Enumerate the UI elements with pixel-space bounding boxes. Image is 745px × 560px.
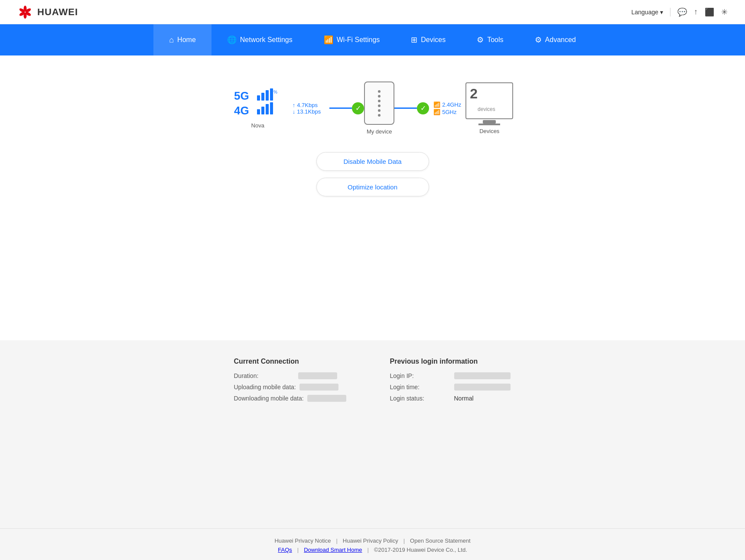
check-icon-left: ✓: [352, 102, 364, 114]
connection-line-left: ✓: [329, 102, 364, 114]
svg-text:%: %: [273, 90, 277, 94]
signal-block: 5G % 4G Nova: [232, 88, 284, 129]
previous-login-title: Previous login information: [390, 358, 511, 365]
footer: Huawei Privacy Notice | Huawei Privacy P…: [0, 528, 745, 560]
wifi-band-24: 📶 2.4GHz: [433, 101, 461, 108]
network-diagram: 5G % 4G Nova: [9, 81, 736, 135]
login-status-value: Normal: [454, 395, 474, 402]
previous-login-panel: Previous login information Login IP: Log…: [390, 358, 511, 406]
wifi-icon-24: 📶: [433, 101, 440, 108]
info-panels: Current Connection Duration: Uploading m…: [178, 358, 568, 406]
current-connection-panel: Current Connection Duration: Uploading m…: [234, 358, 355, 406]
monitor-base: [478, 124, 500, 125]
download-row: Downloading mobile data:: [234, 395, 355, 402]
footer-divider-4: |: [368, 547, 369, 553]
login-status-label: Login status:: [390, 395, 451, 402]
logo-area: HUAWEI: [17, 4, 78, 20]
logout-icon[interactable]: ⬛: [705, 7, 714, 17]
login-status-row: Login status: Normal: [390, 395, 511, 402]
login-time-row: Login time:: [390, 384, 511, 391]
upload-speed-row: ↑ 4.7Kbps: [293, 102, 321, 108]
privacy-notice-link[interactable]: Huawei Privacy Notice: [274, 537, 331, 544]
svg-rect-9: [266, 90, 269, 101]
settings-spin-icon[interactable]: ✳: [721, 7, 728, 17]
svg-rect-8: [261, 93, 264, 101]
svg-rect-15: [266, 104, 269, 114]
login-ip-row: Login IP:: [390, 372, 511, 379]
chat-icon[interactable]: 💬: [677, 7, 687, 17]
main-content: 5G % 4G Nova: [0, 55, 745, 340]
signal-bars-svg: 5G % 4G: [232, 88, 284, 118]
chevron-down-icon: ▾: [660, 9, 663, 16]
header: HUAWEI Language ▾ 💬 ↑ ⬛ ✳: [0, 0, 745, 24]
download-speed-row: ↓ 13.1Kbps: [293, 108, 321, 115]
wifi-icon: 📶: [324, 35, 333, 45]
upload-label: Uploading mobile data:: [234, 384, 296, 391]
wifi-icon-5: 📶: [433, 109, 440, 115]
svg-rect-16: [270, 102, 273, 114]
router-icon: [364, 81, 394, 125]
nav-item-devices[interactable]: ⊞ Devices: [395, 24, 461, 55]
arrow-down-icon: ↓: [293, 108, 296, 115]
download-label: Downloading mobile data:: [234, 395, 304, 402]
faqs-link[interactable]: FAQs: [278, 547, 292, 553]
check-icon-right: ✓: [417, 102, 429, 114]
footer-divider-3: |: [297, 547, 299, 553]
home-icon: ⌂: [169, 36, 174, 45]
login-ip-value: [454, 372, 511, 379]
upload-row: Uploading mobile data:: [234, 384, 355, 391]
duration-row: Duration:: [234, 372, 355, 379]
svg-text:4G: 4G: [234, 104, 249, 117]
monitor-stand: [483, 120, 496, 124]
footer-links-bottom: FAQs | Download Smart Home | ©2017-2019 …: [0, 547, 745, 553]
footer-divider-2: |: [403, 537, 405, 544]
line-bar-left: [329, 107, 352, 109]
router-block: My device: [364, 81, 394, 135]
disable-mobile-data-button[interactable]: Disable Mobile Data: [316, 152, 429, 171]
upload-value: [299, 384, 338, 391]
wifi-band-5: 📶 5GHz: [433, 109, 461, 115]
gear-icon: ⚙: [535, 35, 542, 45]
main-nav: ⌂ Home 🌐 Network Settings 📶 Wi-Fi Settin…: [0, 24, 745, 55]
upload-icon[interactable]: ↑: [694, 7, 698, 16]
monitor-icon: 2 devices: [465, 82, 513, 119]
nav-item-network-settings[interactable]: 🌐 Network Settings: [211, 24, 308, 55]
svg-rect-10: [270, 88, 273, 101]
globe-icon: 🌐: [227, 35, 237, 45]
nav-item-home[interactable]: ⌂ Home: [153, 24, 211, 55]
speed-block: ↑ 4.7Kbps ↓ 13.1Kbps: [284, 102, 329, 115]
tools-icon: ⚙: [477, 35, 484, 45]
action-buttons: Disable Mobile Data Optimize location: [9, 152, 736, 196]
copyright-text: ©2017-2019 Huawei Device Co., Ltd.: [374, 547, 467, 553]
svg-text:5G: 5G: [234, 89, 249, 102]
duration-label: Duration:: [234, 372, 295, 379]
devices-count-label: Devices: [465, 128, 513, 134]
devices-nav-icon: ⊞: [411, 35, 417, 45]
footer-links-top: Huawei Privacy Notice | Huawei Privacy P…: [0, 537, 745, 544]
nav-item-tools[interactable]: ⚙ Tools: [461, 24, 519, 55]
login-ip-label: Login IP:: [390, 372, 451, 379]
privacy-policy-link[interactable]: Huawei Privacy Policy: [343, 537, 398, 544]
devices-block: 2 devices Devices: [465, 82, 513, 134]
svg-rect-14: [261, 107, 264, 114]
language-button[interactable]: Language ▾: [631, 9, 663, 16]
huawei-logo-icon: [17, 4, 33, 20]
open-source-link[interactable]: Open Source Statement: [410, 537, 470, 544]
nav-item-wifi-settings[interactable]: 📶 Wi-Fi Settings: [308, 24, 396, 55]
optimize-location-button[interactable]: Optimize location: [316, 178, 429, 196]
login-time-label: Login time:: [390, 384, 451, 391]
wifi-bands-block: 📶 2.4GHz 📶 5GHz: [429, 101, 465, 116]
footer-divider-1: |: [336, 537, 337, 544]
header-right: Language ▾ 💬 ↑ ⬛ ✳: [631, 7, 728, 17]
header-divider: [670, 8, 670, 16]
download-smart-home-link[interactable]: Download Smart Home: [304, 547, 362, 553]
login-time-value: [454, 384, 511, 391]
svg-rect-13: [257, 109, 260, 114]
router-label: My device: [364, 128, 394, 135]
brand-name: HUAWEI: [37, 7, 78, 18]
duration-value: [298, 372, 337, 379]
svg-rect-7: [257, 95, 260, 101]
device-name-label: Nova: [232, 122, 284, 129]
nav-item-advanced[interactable]: ⚙ Advanced: [519, 24, 592, 55]
line-bar-right: [394, 107, 417, 109]
